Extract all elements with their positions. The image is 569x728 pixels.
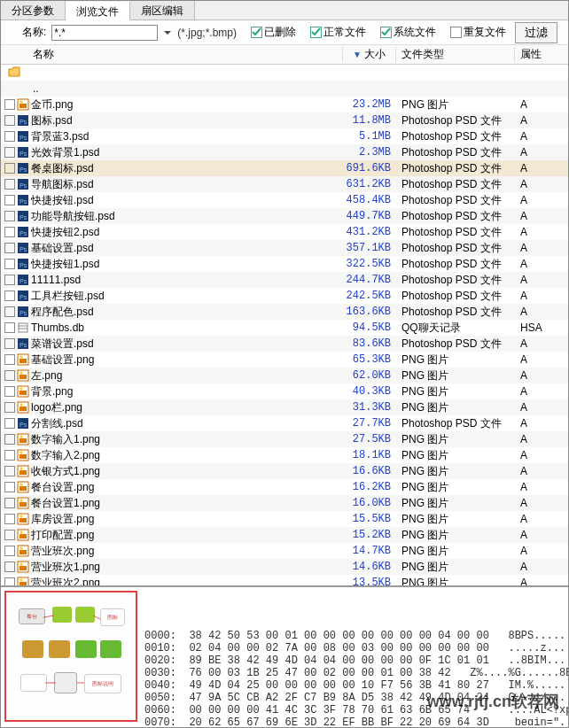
row-checkbox[interactable] [4,370,15,381]
file-row[interactable]: Ps快捷按钮1.psd322.5KBPhotoshop PSD 文件A [1,256,568,272]
file-row[interactable]: 餐台设置1.png16.0KBPNG 图片A [1,495,568,511]
row-checkbox[interactable] [4,577,15,585]
row-checkbox[interactable] [4,338,15,349]
file-row[interactable]: Ps背景蓝3.psd5.1MBPhotoshop PSD 文件A [1,128,568,144]
dropdown-icon[interactable] [163,28,172,37]
file-type-icon: Ps [17,306,29,318]
file-row[interactable]: 营业班次.png14.7KBPNG 图片A [1,543,568,559]
tab-sector-edit[interactable]: 扇区编辑 [130,1,195,19]
file-row[interactable]: Ps导航图标.psd631.2KBPhotoshop PSD 文件A [1,176,568,192]
hex-viewer[interactable]: www.rjtj.cn软荐网 0000: 38 42 50 53 00 01 0… [141,587,568,725]
chk-duplicate[interactable]: 重复文件 [450,25,506,40]
file-row[interactable]: 数字输入1.png27.5KBPNG 图片A [1,431,568,447]
file-name: 基础设置.psd [31,241,341,256]
chk-deleted[interactable]: 已删除 [251,25,296,40]
file-row[interactable]: Ps程序配色.psd163.6KBPhotoshop PSD 文件A [1,304,568,320]
row-checkbox[interactable] [4,354,15,365]
file-row[interactable]: Ps光效背景1.psd2.3MBPhotoshop PSD 文件A [1,144,568,160]
row-checkbox[interactable] [4,450,15,461]
svg-rect-74 [19,550,27,554]
svg-point-46 [20,388,23,391]
file-attr: A [515,258,565,270]
filter-button[interactable]: 过滤 [515,22,557,43]
file-row[interactable]: 库房设置.png15.5KBPNG 图片A [1,511,568,527]
col-header-attr[interactable]: 属性 [515,47,565,62]
chk-system[interactable]: 系统文件 [380,25,436,40]
row-checkbox[interactable] [4,546,15,556]
name-filter-input[interactable] [51,25,158,41]
row-checkbox[interactable] [4,99,15,110]
file-row[interactable]: Ps基础设置.psd357.1KBPhotoshop PSD 文件A [1,240,568,256]
row-checkbox[interactable] [4,434,15,445]
tab-partition-params[interactable]: 分区参数 [1,1,66,19]
file-row[interactable]: 背景.png40.3KBPNG 图片A [1,383,568,399]
row-checkbox[interactable] [4,211,15,221]
file-attr: A [515,194,565,206]
col-header-type[interactable]: 文件类型 [396,47,515,62]
file-attr: A [515,290,565,302]
row-checkbox[interactable] [4,498,15,508]
file-name: 库房设置.png [31,512,341,527]
file-list[interactable]: ..金币.png23.2MBPNG 图片APs图标.psd11.8MBPhoto… [1,65,568,585]
file-name: 快捷按钮2.psd [31,225,341,240]
row-checkbox[interactable] [4,530,15,540]
file-row[interactable]: 金币.png23.2MBPNG 图片A [1,97,568,112]
file-row[interactable]: 收银方式1.png16.6KBPNG 图片A [1,463,568,479]
row-checkbox[interactable] [4,195,15,205]
row-checkbox[interactable] [4,227,15,237]
file-row[interactable]: Ps分割线.psd27.7KBPhotoshop PSD 文件A [1,415,568,431]
file-type: Photoshop PSD 文件 [396,416,515,431]
file-row[interactable]: 打印配置.png15.2KBPNG 图片A [1,527,568,543]
file-type: Photoshop PSD 文件 [396,129,515,144]
file-row[interactable]: logo栏.png31.3KBPNG 图片A [1,399,568,415]
file-row[interactable]: Ps工具栏按钮.psd242.5KBPhotoshop PSD 文件A [1,288,568,304]
file-row[interactable]: Thumbs.db94.5KBQQ聊天记录HSA [1,320,568,336]
hex-line: 0020: 89 BE 38 42 49 4D 04 04 00 00 00 0… [144,654,565,667]
row-checkbox[interactable] [4,466,15,476]
row-checkbox[interactable] [4,290,15,301]
current-folder-row[interactable] [1,65,568,81]
row-checkbox[interactable] [4,482,15,492]
svg-rect-56 [19,454,27,459]
row-checkbox[interactable] [4,306,15,317]
row-checkbox[interactable] [4,131,15,142]
preview-thumbnail: 餐台 图标 图标说明 [13,603,129,709]
row-checkbox[interactable] [4,163,15,174]
preview-pane[interactable]: 餐台 图标 图标说明 [4,591,137,722]
row-checkbox[interactable] [4,386,15,397]
file-row[interactable]: 左.png62.0KBPNG 图片A [1,368,568,383]
file-type: Photoshop PSD 文件 [396,145,515,160]
row-checkbox[interactable] [4,514,15,524]
file-row[interactable]: Ps快捷按钮.psd458.4KBPhotoshop PSD 文件A [1,192,568,208]
col-header-size[interactable]: ▼大小 [343,47,396,62]
col-header-name[interactable]: 名称 [1,47,343,62]
svg-rect-5 [19,104,27,108]
file-row[interactable]: Ps11111.psd244.7KBPhotoshop PSD 文件A [1,272,568,288]
row-checkbox[interactable] [4,179,15,190]
file-row[interactable]: Ps功能导航按钮.psd449.7KBPhotoshop PSD 文件A [1,208,568,224]
row-checkbox[interactable] [4,259,15,269]
row-checkbox[interactable] [4,275,15,285]
file-row[interactable]: 餐台设置.png16.2KBPNG 图片A [1,479,568,495]
file-row[interactable]: 营业班次1.png14.6KBPNG 图片A [1,559,568,575]
file-row[interactable]: Ps图标.psd11.8MBPhotoshop PSD 文件A [1,112,568,128]
file-row[interactable]: 数字输入2.png18.1KBPNG 图片A [1,447,568,463]
row-checkbox[interactable] [4,561,15,572]
row-checkbox[interactable] [4,402,15,413]
file-row[interactable]: 营业班次2.png13.5KBPNG 图片A [1,575,568,585]
row-checkbox[interactable] [4,322,15,333]
file-row[interactable]: Ps快捷按钮2.psd431.2KBPhotoshop PSD 文件A [1,224,568,240]
file-row[interactable]: Ps餐桌图标.psd691.6KBPhotoshop PSD 文件A [1,160,568,176]
row-checkbox[interactable] [4,243,15,253]
row-checkbox[interactable] [4,115,15,126]
row-checkbox[interactable] [4,147,15,158]
chk-normal[interactable]: 正常文件 [310,25,366,40]
file-row[interactable]: Ps菜谱设置.psd83.6KBPhotoshop PSD 文件A [1,336,568,352]
file-type: PNG 图片 [396,544,515,559]
tab-browse-files[interactable]: 浏览文件 [66,2,130,20]
up-directory-row[interactable]: .. [1,81,568,97]
file-row[interactable]: 基础设置.png65.3KBPNG 图片A [1,352,568,368]
row-checkbox[interactable] [4,418,15,429]
file-name: 快捷按钮1.psd [31,257,341,272]
file-type-icon [17,513,29,525]
